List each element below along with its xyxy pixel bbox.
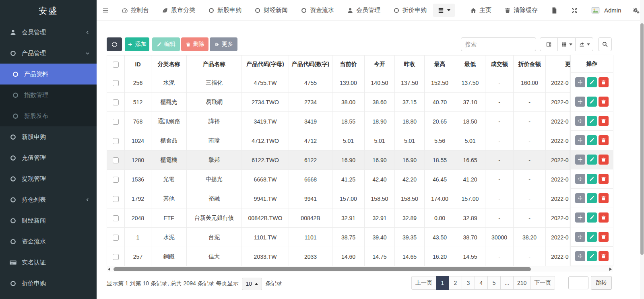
edit-button[interactable]: 编辑	[152, 37, 180, 51]
page-button-210[interactable]: 210	[513, 276, 530, 290]
row-delete-button[interactable]	[599, 135, 609, 145]
refresh-button[interactable]	[107, 37, 122, 51]
search-input[interactable]	[461, 37, 536, 51]
row-edit-button[interactable]	[587, 232, 597, 242]
export-button[interactable]	[575, 37, 593, 51]
row-checkbox[interactable]	[113, 254, 119, 260]
col-header-discount[interactable]: 折价金额	[514, 56, 546, 73]
nav-item-finance-news[interactable]: 财经新闻	[254, 6, 288, 14]
horizontal-scrollbar[interactable]	[107, 267, 613, 272]
sidebar-item-withdrawal-management[interactable]: 提现管理	[0, 168, 97, 189]
col-header-category[interactable]: 分类名称	[151, 56, 187, 73]
sidebar-item-ipo-release[interactable]: 新股发布	[0, 105, 97, 126]
sidebar-item-finance-news[interactable]: 财经新闻	[0, 210, 97, 231]
home-button[interactable]: 主页	[470, 6, 491, 14]
sidebar-item-fund-flow[interactable]: 资金流水	[0, 231, 97, 252]
row-checkbox[interactable]	[113, 138, 119, 144]
page-size-dropdown[interactable]: 10	[242, 278, 262, 290]
row-checkbox[interactable]	[113, 235, 119, 241]
row-edit-button[interactable]	[587, 174, 597, 184]
scroll-left-arrow-icon[interactable]	[108, 268, 110, 271]
sidebar-item-product-management[interactable]: 产品管理	[0, 43, 97, 64]
nav-item-fund-flow[interactable]: 资金流水	[301, 6, 334, 14]
sidebar-item-ipo-subscription[interactable]: 新股申购	[0, 126, 97, 147]
horizontal-scrollbar-thumb[interactable]	[114, 267, 531, 271]
col-header-high[interactable]: 最高	[425, 56, 455, 73]
move-button[interactable]	[575, 174, 585, 184]
col-header-code-alpha[interactable]: 产品代码(字母)	[242, 56, 289, 73]
col-header-low[interactable]: 最低	[455, 56, 485, 73]
row-edit-button[interactable]	[587, 97, 597, 107]
more-button[interactable]: 更多	[210, 37, 237, 51]
row-delete-button[interactable]	[599, 193, 609, 203]
move-button[interactable]	[575, 155, 585, 165]
add-button[interactable]: 添加	[125, 37, 149, 51]
sidebar-item-member-management[interactable]: 会员管理	[0, 22, 97, 43]
col-header-code-num[interactable]: 产品代码(数字)	[289, 56, 332, 73]
row-delete-button[interactable]	[599, 251, 609, 261]
vertical-scrollbar[interactable]	[640, 0, 644, 299]
row-edit-button[interactable]	[587, 251, 597, 261]
delete-button[interactable]: 删除	[181, 37, 208, 51]
page-ellipsis[interactable]: ...	[500, 276, 514, 290]
page-button-5[interactable]: 5	[487, 276, 501, 290]
search-button[interactable]	[598, 37, 612, 51]
sidebar-item-discount-subscription[interactable]: 折价申购	[0, 273, 97, 294]
col-header-turnover[interactable]: 成交额	[485, 56, 514, 73]
row-checkbox[interactable]	[113, 177, 119, 183]
scroll-right-arrow-icon[interactable]	[609, 268, 612, 271]
columns-button[interactable]	[557, 37, 576, 51]
col-header-open[interactable]: 今开	[365, 56, 395, 73]
move-button[interactable]	[575, 97, 585, 107]
page-button-4[interactable]: 4	[475, 276, 488, 290]
move-button[interactable]	[575, 212, 585, 223]
row-edit-button[interactable]	[587, 77, 597, 87]
row-edit-button[interactable]	[587, 212, 597, 223]
hamburger-icon[interactable]	[101, 7, 109, 14]
next-page-button[interactable]: 下一页	[530, 276, 555, 290]
row-checkbox[interactable]	[113, 119, 119, 125]
row-edit-button[interactable]	[587, 155, 597, 165]
page-button-3[interactable]: 3	[462, 276, 475, 290]
row-delete-button[interactable]	[599, 212, 609, 223]
vertical-scrollbar-thumb[interactable]	[640, 23, 644, 255]
nav-item-dashboard[interactable]: 控制台	[122, 6, 149, 14]
sidebar-item-real-name-auth[interactable]: 实名认证	[0, 252, 97, 273]
row-delete-button[interactable]	[599, 232, 609, 242]
row-edit-button[interactable]	[587, 193, 597, 203]
row-checkbox[interactable]	[113, 215, 119, 221]
nav-item-stock-category[interactable]: 股市分类	[162, 6, 195, 14]
move-button[interactable]	[575, 193, 585, 203]
row-delete-button[interactable]	[599, 155, 609, 165]
jump-page-input[interactable]	[568, 276, 588, 289]
settings-cogs-icon[interactable]	[632, 6, 640, 14]
sidebar-item-recharge-management[interactable]: 充值管理	[0, 147, 97, 168]
clear-cache-button[interactable]: 清除缓存	[504, 6, 538, 14]
jump-button[interactable]: 跳转	[591, 276, 612, 290]
sidebar-item-product-data[interactable]: 产品资料	[0, 64, 97, 85]
nav-item-ipo-subscription[interactable]: 新股申购	[208, 6, 242, 14]
sidebar-item-index-management[interactable]: 指数管理	[0, 85, 97, 105]
nav-item-discount-subscription[interactable]: 折价申购	[393, 6, 427, 14]
row-delete-button[interactable]	[599, 77, 609, 87]
row-checkbox[interactable]	[113, 99, 119, 105]
row-checkbox[interactable]	[113, 80, 119, 86]
move-button[interactable]	[575, 232, 585, 242]
sidebar-item-position-list[interactable]: 持仓列表	[0, 189, 97, 210]
row-edit-button[interactable]	[587, 116, 597, 126]
select-all-checkbox[interactable]	[113, 62, 119, 68]
col-header-id[interactable]: ID	[125, 56, 151, 73]
move-button[interactable]	[575, 251, 585, 261]
page-button-2[interactable]: 2	[449, 276, 462, 290]
row-delete-button[interactable]	[599, 97, 609, 107]
avatar[interactable]	[590, 6, 601, 14]
prev-page-button[interactable]: 上一页	[411, 276, 436, 290]
move-button[interactable]	[575, 135, 585, 145]
move-button[interactable]	[575, 77, 585, 87]
col-header-prev-close[interactable]: 昨收	[395, 56, 425, 73]
row-edit-button[interactable]	[587, 135, 597, 145]
menu-list-dropdown[interactable]	[433, 4, 455, 17]
language-icon[interactable]	[551, 7, 558, 14]
page-button-1[interactable]: 1	[436, 276, 449, 290]
move-button[interactable]	[575, 116, 585, 126]
